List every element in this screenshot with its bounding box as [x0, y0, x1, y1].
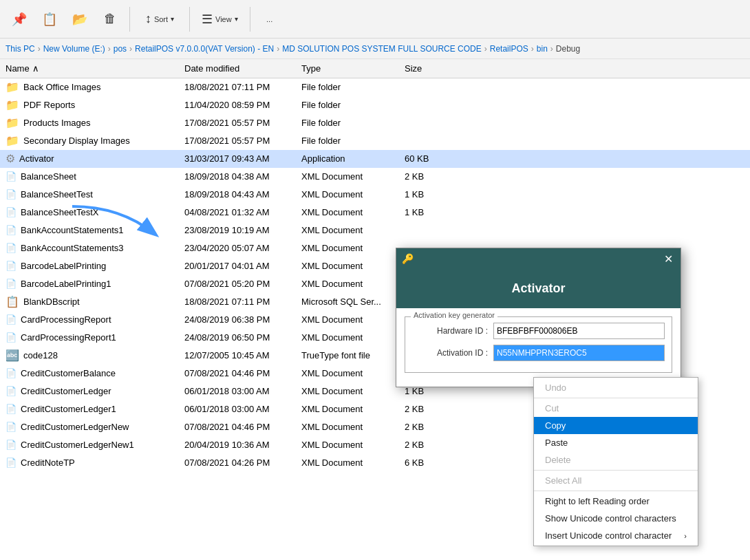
dialog-close-button[interactable]: ✕	[661, 252, 675, 266]
file-type: File folder	[296, 80, 399, 94]
table-row[interactable]: 📄 BalanceSheetTest 18/09/2018 04:43 AM X…	[0, 186, 750, 204]
file-type: XML Document	[296, 241, 399, 255]
file-name: Back Office Images	[23, 82, 100, 92]
context-menu-item-label: Undo	[545, 383, 566, 393]
file-type: XML Document	[296, 224, 399, 237]
view-icon: ☰	[202, 12, 213, 27]
file-icon: 📁	[6, 116, 19, 129]
table-row[interactable]: 📁 Back Office Images 18/08/2021 07:11 PM…	[0, 78, 750, 96]
file-type: XML Document	[296, 277, 399, 290]
file-icon: 🔤	[6, 349, 19, 362]
activation-group: Activation key generator Hardware ID : A…	[405, 316, 672, 373]
context-menu-item-label: Cut	[545, 403, 559, 413]
file-date: 23/08/2019 10:19 AM	[179, 224, 296, 237]
breadcrumb-sep-4: ›	[484, 44, 487, 54]
activator-dialog[interactable]: 🔑 ✕ Activator Activation key generator H…	[396, 248, 681, 387]
table-row[interactable]: 📄 BalanceSheetTestX 04/08/2021 01:32 AM …	[0, 204, 750, 222]
context-menu-item-label: Show Unicode control characters	[545, 513, 676, 524]
breadcrumb-item-3[interactable]: RetailPOS v7.0.0.0(VAT Version) - EN	[135, 44, 274, 54]
context-menu-item[interactable]: Copy	[534, 417, 698, 434]
breadcrumb-item-7: Debug	[556, 44, 580, 54]
file-type: Application	[296, 152, 399, 165]
activation-id-input[interactable]	[493, 345, 665, 361]
sort-icon: ↕	[145, 12, 151, 26]
copy-to-button[interactable]: 📋	[36, 8, 63, 30]
file-size: 1 KB	[399, 188, 454, 201]
breadcrumb-sep-1: ›	[108, 44, 111, 54]
file-name: CreditCustomerLedger	[21, 386, 111, 396]
file-icon: 📄	[6, 225, 17, 235]
pin-icon: 📌	[12, 12, 27, 27]
submenu-arrow-icon: ›	[684, 532, 687, 540]
view-button[interactable]: ☰ View ▾	[195, 8, 244, 30]
col-date-header[interactable]: Date modified	[179, 62, 296, 75]
table-row[interactable]: 📁 PDF Reports 11/04/2020 08:59 PM File f…	[0, 96, 750, 114]
sort-label: Sort	[154, 15, 168, 23]
file-name: Products Images	[23, 118, 91, 128]
file-type: TrueType font file	[296, 349, 399, 362]
file-type: XML Document	[296, 313, 399, 326]
breadcrumb-item-5[interactable]: RetailPOS	[490, 44, 528, 54]
file-icon: 📄	[6, 261, 17, 271]
breadcrumb-item-4[interactable]: MD SOLUTION POS SYSTEM FULL SOURCE CODE	[282, 44, 482, 54]
file-name: PDF Reports	[23, 100, 75, 110]
file-date: 20/04/2019 10:36 AM	[179, 438, 296, 451]
col-type-header[interactable]: Type	[296, 62, 399, 75]
table-row[interactable]: 📁 Products Images 17/08/2021 05:57 PM Fi…	[0, 114, 750, 132]
file-date: 06/01/2018 03:00 AM	[179, 402, 296, 416]
file-size: 2 KB	[399, 420, 454, 433]
context-menu-item: Select All	[534, 472, 698, 489]
context-menu: UndoCutCopyPasteDeleteSelect AllRight to…	[533, 377, 698, 546]
file-icon: 📄	[6, 189, 17, 200]
more-button[interactable]: ...	[256, 12, 283, 27]
context-menu-item[interactable]: Right to left Reading order	[534, 493, 698, 510]
context-menu-item-label: Paste	[545, 438, 568, 448]
file-icon: 📄	[6, 422, 17, 432]
context-menu-item: Cut	[534, 400, 698, 417]
file-icon: 📄	[6, 243, 17, 253]
move-to-button[interactable]: 📂	[66, 8, 94, 30]
table-row[interactable]: ⚙ Activator 31/03/2017 09:43 AM Applicat…	[0, 150, 750, 168]
context-menu-item[interactable]: Insert Unicode control character›	[534, 527, 698, 544]
col-name-header[interactable]: Name ∧	[0, 62, 179, 75]
breadcrumb-item-1[interactable]: New Volume (E:)	[43, 44, 105, 54]
file-date: 07/08/2021 04:46 PM	[179, 420, 296, 433]
sort-button[interactable]: ↕ Sort ▾	[136, 8, 184, 30]
pin-button[interactable]: 📌	[6, 8, 33, 30]
file-type: XML Document	[296, 367, 399, 380]
table-row[interactable]: 📄 BalanceSheet 18/09/2018 04:38 AM XML D…	[0, 168, 750, 186]
file-date: 17/08/2021 05:57 PM	[179, 116, 296, 129]
delete-button[interactable]: 🗑	[96, 8, 124, 30]
table-row[interactable]: 📁 Secondary Display Images 17/08/2021 05…	[0, 132, 750, 150]
file-type: XML Document	[296, 438, 399, 451]
file-icon: 📋	[6, 295, 19, 308]
file-type: Microsoft SQL Ser...	[296, 295, 399, 308]
hardware-id-label: Hardware ID :	[412, 326, 488, 336]
file-name: CardProcessingReport	[21, 314, 111, 325]
context-menu-item[interactable]: Show Unicode control characters	[534, 510, 698, 527]
file-size	[399, 122, 454, 125]
file-type: XML Document	[296, 385, 399, 398]
dialog-header: Activator	[396, 269, 681, 308]
file-type: XML Document	[296, 206, 399, 219]
context-menu-item[interactable]: Paste	[534, 434, 698, 451]
context-menu-item: Delete	[534, 451, 698, 469]
delete-icon: 🗑	[104, 12, 116, 26]
breadcrumb-item-6[interactable]: bin	[537, 44, 548, 54]
hardware-id-input[interactable]	[493, 323, 665, 339]
toolbar-separator-2	[189, 7, 190, 32]
table-row[interactable]: 📄 BankAccountStatements1 23/08/2019 10:1…	[0, 222, 750, 239]
file-icon: 📄	[6, 332, 17, 343]
view-label: View	[215, 15, 232, 23]
file-size	[399, 104, 454, 107]
breadcrumb-item-0[interactable]: This PC	[6, 44, 35, 54]
context-menu-item-label: Select All	[545, 475, 581, 486]
file-name: Activator	[19, 153, 54, 164]
file-name: CardProcessingReport1	[21, 332, 116, 343]
context-menu-item-label: Insert Unicode control character	[545, 530, 672, 541]
file-date: 18/08/2021 07:11 PM	[179, 80, 296, 94]
file-icon: 📄	[6, 386, 17, 396]
col-size-header[interactable]: Size	[399, 62, 454, 75]
move-icon: 📂	[72, 12, 87, 27]
breadcrumb-item-2[interactable]: pos	[114, 44, 127, 54]
